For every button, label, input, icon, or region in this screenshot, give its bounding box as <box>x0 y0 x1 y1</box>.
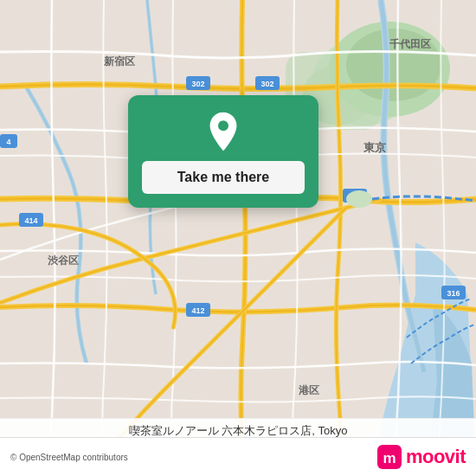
map-svg: 302 302 412 414 4 409 316 新宿区 千代田区 東京 渋谷… <box>0 0 476 476</box>
moovit-logo: m moovit <box>377 445 466 469</box>
take-me-there-button[interactable]: Take me there <box>142 161 305 194</box>
svg-text:302: 302 <box>261 80 273 88</box>
svg-text:316: 316 <box>447 289 460 298</box>
svg-text:東京: 東京 <box>363 141 387 154</box>
svg-text:302: 302 <box>191 80 204 88</box>
location-pin-icon <box>203 111 244 152</box>
bottom-bar: © OpenStreetMap contributors m moovit <box>0 437 476 476</box>
svg-text:412: 412 <box>191 306 204 315</box>
moovit-brand-icon: m <box>377 445 402 469</box>
map-attribution: © OpenStreetMap contributors <box>10 453 128 462</box>
svg-point-26 <box>218 120 228 131</box>
svg-text:4: 4 <box>6 138 10 146</box>
svg-text:m: m <box>383 450 396 466</box>
svg-point-25 <box>346 190 372 208</box>
svg-text:千代田区: 千代田区 <box>389 38 431 50</box>
map-container: 302 302 412 414 4 409 316 新宿区 千代田区 東京 渋谷… <box>0 0 476 476</box>
svg-text:港区: 港区 <box>299 384 319 396</box>
location-card: Take me there <box>128 95 318 208</box>
place-name: 喫茶室ルノアール 六本木ラピロス店, Tokyo <box>129 424 348 437</box>
svg-text:渋谷区: 渋谷区 <box>48 254 79 267</box>
svg-text:新宿区: 新宿区 <box>104 55 135 68</box>
moovit-brand-name: moovit <box>406 446 466 468</box>
svg-text:414: 414 <box>24 216 37 225</box>
